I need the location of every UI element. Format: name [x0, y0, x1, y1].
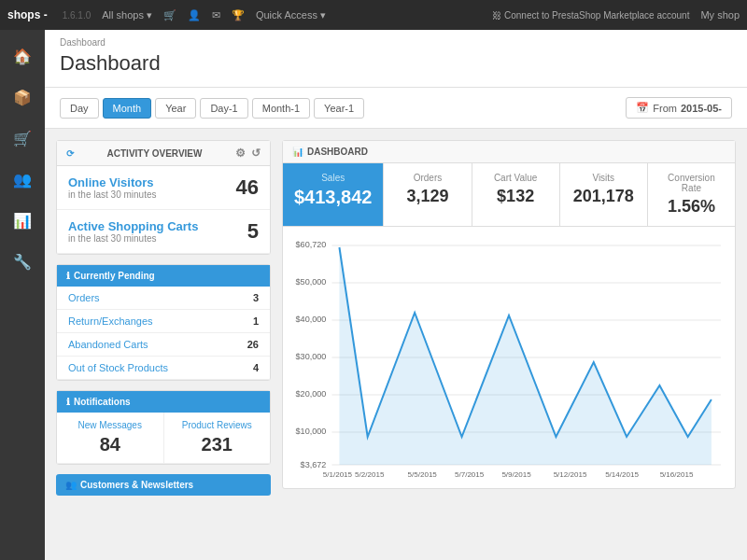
cart-stat-cell: Cart Value $132	[472, 163, 560, 226]
cart-icon[interactable]: 🛒	[163, 9, 176, 21]
link-icon: ⛓	[492, 10, 501, 21]
main-content: Dashboard Dashboard Day Month Year Day-1…	[45, 30, 747, 560]
month-minus1-filter-btn[interactable]: Month-1	[252, 98, 310, 119]
customers-header[interactable]: 👥 Customers & Newsletters	[56, 474, 271, 496]
year-filter-btn[interactable]: Year	[155, 98, 196, 119]
pending-outofstock-row: Out of Stock Products 4	[57, 357, 270, 380]
product-reviews-count: 231	[174, 434, 261, 455]
svg-text:$40,000: $40,000	[296, 315, 327, 324]
pending-outofstock-label[interactable]: Out of Stock Products	[68, 362, 168, 373]
pending-returns-row: Return/Exchanges 1	[57, 310, 270, 333]
info-icon: ℹ	[66, 271, 70, 281]
new-messages-cell: New Messages 84	[57, 413, 164, 463]
user-icon[interactable]: 👤	[188, 9, 201, 21]
visits-label: Visits	[571, 173, 636, 183]
cart-label: Cart Value	[484, 173, 548, 183]
conversion-stat-cell: Conversion Rate 1.56%	[648, 163, 735, 226]
page-title: Dashboard	[60, 51, 732, 76]
conversion-label: Conversion Rate	[659, 173, 724, 193]
gear-icon[interactable]: ⚙	[235, 147, 246, 160]
mail-icon[interactable]: ✉	[212, 9, 220, 21]
orders-stat-cell: Orders 3,129	[384, 163, 472, 226]
svg-text:5/5/2015: 5/5/2015	[408, 470, 438, 479]
shopping-carts-item: Active Shopping Carts in the last 30 min…	[57, 210, 270, 254]
month-filter-btn[interactable]: Month	[103, 98, 152, 119]
pending-returns-label[interactable]: Return/Exchanges	[68, 315, 153, 327]
visits-stat-cell: Visits 201,178	[560, 163, 648, 226]
pending-orders-label[interactable]: Orders	[68, 292, 100, 303]
pending-card: ℹ Currently Pending Orders 3 Return/Exch…	[56, 264, 271, 381]
sidebar: 🏠 📦 🛒 👥 📊 🔧	[0, 30, 45, 560]
online-visitors-count: 46	[236, 175, 259, 200]
svg-text:$20,000: $20,000	[296, 389, 327, 399]
svg-text:5/9/2015: 5/9/2015	[501, 470, 531, 479]
from-label: From	[653, 103, 677, 114]
dashboard-chart-header: 📊 DASHBOARD	[283, 141, 735, 163]
online-visitors-item: Online Visitors in the last 30 minutes 4…	[57, 166, 270, 210]
chart-area: $60,720 $50,000 $40,000 $30,000 $20,000 …	[283, 227, 735, 488]
stats-row: Sales $413,842 Orders 3,129 Cart Value $…	[283, 163, 735, 227]
pending-returns-count: 1	[253, 315, 259, 327]
info-icon: ℹ	[66, 397, 70, 407]
shopping-carts-label[interactable]: Active Shopping Carts	[68, 219, 198, 233]
chevron-down-icon: ▾	[320, 9, 326, 21]
svg-text:$3,672: $3,672	[301, 460, 327, 469]
all-shops-menu[interactable]: All shops ▾	[102, 9, 152, 21]
sidebar-item-modules[interactable]: 🔧	[4, 243, 41, 280]
svg-text:$50,000: $50,000	[296, 277, 327, 287]
connect-marketplace-btn[interactable]: ⛓ Connect to PrestaShop Marketplace acco…	[492, 10, 689, 21]
pending-abandoned-label[interactable]: Abandoned Carts	[68, 339, 148, 350]
notifications-header: ℹ Notifications	[57, 391, 270, 413]
day-minus1-filter-btn[interactable]: Day-1	[200, 98, 247, 119]
date-range-picker[interactable]: 📅 From 2015-05-	[626, 97, 732, 119]
year-minus1-filter-btn[interactable]: Year-1	[314, 98, 364, 119]
sidebar-item-stats[interactable]: 📊	[4, 202, 41, 239]
conversion-value: 1.56%	[659, 197, 724, 217]
online-visitors-label[interactable]: Online Visitors	[68, 175, 157, 189]
product-reviews-label[interactable]: Product Reviews	[174, 420, 261, 430]
breadcrumb: Dashboard	[60, 37, 732, 48]
version-label: 1.6.1.0	[63, 10, 92, 21]
svg-text:5/16/2015: 5/16/2015	[660, 470, 694, 479]
sync-icon: ⟳	[66, 148, 74, 159]
pending-outofstock-count: 4	[253, 362, 259, 373]
top-navigation: shops - 1.6.1.0 All shops ▾ 🛒 👤 ✉ 🏆 Quic…	[0, 0, 747, 30]
refresh-icon[interactable]: ↺	[251, 147, 261, 160]
cart-value: $132	[484, 187, 548, 206]
dashboard-chart-card: 📊 DASHBOARD Sales $413,842 Orders 3,129	[282, 140, 736, 489]
users-icon: 👥	[65, 480, 77, 490]
online-visitors-sublabel: in the last 30 minutes	[68, 189, 157, 200]
sidebar-item-orders[interactable]: 🛒	[4, 119, 41, 157]
notifications-grid: New Messages 84 Product Reviews 231	[57, 413, 270, 464]
chevron-down-icon: ▾	[147, 9, 152, 21]
orders-value: 3,129	[395, 187, 459, 206]
main-layout: 🏠 📦 🛒 👥 📊 🔧 Dashboard Dashboard Day Mont…	[0, 30, 747, 560]
pending-abandoned-row: Abandoned Carts 26	[57, 333, 270, 357]
svg-text:5/14/2015: 5/14/2015	[605, 470, 639, 479]
new-messages-label[interactable]: New Messages	[66, 420, 154, 430]
visits-value: 201,178	[571, 187, 636, 206]
notifications-card: ℹ Notifications New Messages 84 Product …	[56, 390, 271, 465]
product-reviews-cell: Product Reviews 231	[164, 413, 271, 463]
my-shop-btn[interactable]: My shop	[700, 9, 740, 21]
sidebar-item-catalog[interactable]: 📦	[4, 78, 41, 116]
page-header: Dashboard Dashboard	[45, 30, 747, 88]
pending-orders-count: 3	[253, 292, 259, 303]
from-date: 2015-05-	[681, 103, 722, 114]
day-filter-btn[interactable]: Day	[60, 98, 99, 119]
left-panel: ⟳ ACTIVITY OVERVIEW ⚙ ↺ Online Visitors …	[56, 140, 271, 496]
brand-logo: shops -	[7, 8, 48, 21]
svg-text:5/1/2015: 5/1/2015	[323, 470, 353, 479]
bar-chart-icon: 📊	[292, 147, 303, 157]
sales-value: $413,842	[294, 187, 372, 208]
svg-text:5/12/2015: 5/12/2015	[554, 470, 587, 479]
sidebar-item-customers[interactable]: 👥	[4, 161, 41, 198]
new-messages-count: 84	[66, 434, 154, 455]
quick-access-menu[interactable]: Quick Access ▾	[256, 9, 326, 21]
date-filter-bar: Day Month Year Day-1 Month-1 Year-1 📅 Fr…	[45, 88, 747, 129]
activity-overview-header: ⟳ ACTIVITY OVERVIEW ⚙ ↺	[57, 141, 270, 166]
sales-chart: $60,720 $50,000 $40,000 $30,000 $20,000 …	[292, 236, 726, 479]
svg-text:$10,000: $10,000	[296, 427, 327, 436]
sidebar-item-home[interactable]: 🏠	[4, 37, 41, 75]
bell-icon[interactable]: 🏆	[232, 9, 245, 21]
